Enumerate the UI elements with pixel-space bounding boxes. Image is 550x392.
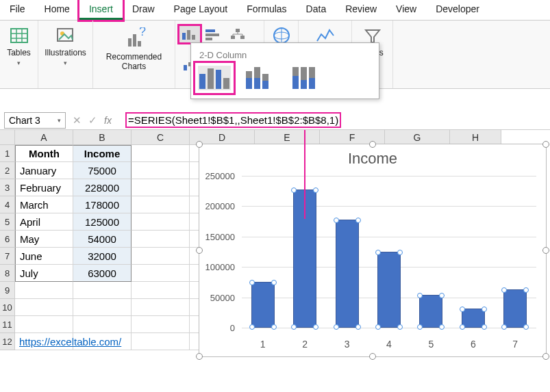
row-header[interactable]: 2	[0, 162, 15, 179]
cell[interactable]	[73, 333, 132, 350]
cell[interactable]	[132, 179, 190, 196]
row-header[interactable]: 12	[0, 333, 15, 350]
cell[interactable]: March	[15, 196, 73, 213]
chart-title[interactable]: Income	[199, 144, 546, 170]
chart-handle[interactable]	[542, 247, 549, 254]
tab-developer[interactable]: Developer	[426, 0, 489, 20]
col-header-h[interactable]: H	[450, 130, 501, 145]
cell[interactable]: May	[15, 231, 73, 248]
cell[interactable]: https://exceltable.com/	[15, 333, 73, 350]
tab-file[interactable]: File	[0, 0, 35, 20]
cancel-icon[interactable]: ✕	[73, 114, 82, 127]
chart-bar[interactable]	[251, 282, 275, 328]
cell[interactable]	[132, 333, 190, 350]
cell[interactable]	[73, 316, 132, 333]
cell[interactable]	[132, 231, 190, 248]
col-header-e[interactable]: E	[255, 130, 320, 145]
cell[interactable]: Month	[15, 145, 73, 162]
cell[interactable]: January	[15, 162, 73, 179]
chart-handle[interactable]	[542, 141, 549, 148]
embedded-chart[interactable]: Income 050000100000150000200000250000 12…	[199, 144, 547, 357]
cell[interactable]: April	[15, 213, 73, 231]
tables-button[interactable]: Tables ▾	[4, 23, 34, 69]
svg-rect-18	[231, 36, 235, 39]
cell[interactable]	[132, 196, 190, 213]
hierarchy-chart-button[interactable]	[226, 26, 249, 42]
cell[interactable]: 228000	[73, 179, 132, 196]
name-box[interactable]: Chart 3 ▾	[4, 112, 66, 129]
row-header[interactable]: 9	[0, 282, 15, 299]
cell[interactable]	[132, 265, 190, 282]
row-header[interactable]: 3	[0, 179, 15, 196]
chart-bar[interactable]	[336, 220, 359, 328]
chart-handle[interactable]	[542, 353, 549, 360]
y-tick-label: 250000	[197, 171, 235, 181]
chart-handle[interactable]	[196, 247, 203, 254]
fx-icon[interactable]: fx	[104, 115, 112, 126]
row-header[interactable]: 6	[0, 231, 15, 248]
chart-handle[interactable]	[196, 141, 203, 148]
tab-draw[interactable]: Draw	[123, 0, 164, 20]
row-header[interactable]: 8	[0, 265, 15, 282]
tab-data[interactable]: Data	[297, 0, 336, 20]
cell[interactable]	[132, 213, 190, 231]
cell[interactable]: 75000	[73, 162, 132, 179]
chart-handle[interactable]	[369, 141, 376, 148]
col-header-g[interactable]: G	[385, 130, 450, 145]
tab-review[interactable]: Review	[336, 0, 386, 20]
cell[interactable]	[132, 316, 190, 333]
cell[interactable]	[132, 145, 190, 162]
cell[interactable]: 54000	[73, 231, 132, 248]
col-header-a[interactable]: A	[15, 130, 73, 145]
cell[interactable]: 32000	[73, 248, 132, 265]
chart-handle[interactable]	[369, 353, 376, 360]
cell[interactable]	[132, 162, 190, 179]
cell[interactable]	[132, 299, 190, 316]
chart-bar[interactable]	[503, 289, 527, 328]
tab-page-layout[interactable]: Page Layout	[164, 0, 238, 20]
cell[interactable]	[132, 248, 190, 265]
tab-formulas[interactable]: Formulas	[237, 0, 296, 20]
stacked-column-option[interactable]	[245, 66, 277, 90]
bar-chart-button[interactable]	[201, 26, 225, 42]
cell[interactable]	[15, 316, 73, 333]
group-tables: Tables ▾	[0, 21, 38, 88]
cell[interactable]: 63000	[73, 265, 132, 282]
chart-handle[interactable]	[196, 353, 203, 360]
cell[interactable]	[15, 299, 73, 316]
hierarchy-icon	[229, 27, 247, 41]
cell[interactable]: 125000	[73, 213, 132, 231]
100-stacked-column-option[interactable]	[291, 66, 324, 90]
chart-bar[interactable]	[377, 252, 401, 328]
row-header[interactable]: 5	[0, 213, 15, 231]
row-header[interactable]: 10	[0, 299, 15, 316]
row-header[interactable]: 7	[0, 248, 15, 265]
column-chart-button[interactable]	[179, 26, 200, 42]
cell[interactable]	[73, 299, 132, 316]
cell[interactable]: February	[15, 179, 73, 196]
cell[interactable]: July	[15, 265, 73, 282]
cell[interactable]	[132, 282, 190, 299]
tab-view[interactable]: View	[386, 0, 426, 20]
cell[interactable]: Income	[73, 145, 132, 162]
cell[interactable]: 178000	[73, 196, 132, 213]
row-header[interactable]: 4	[0, 196, 15, 213]
col-header-b[interactable]: B	[73, 130, 132, 145]
row-header[interactable]: 11	[0, 316, 15, 333]
select-all-corner[interactable]	[0, 130, 15, 145]
enter-icon[interactable]: ✓	[88, 114, 97, 127]
illustrations-button[interactable]: Illustrations ▾	[42, 23, 89, 69]
clustered-column-option[interactable]	[198, 66, 231, 90]
row-header[interactable]: 1	[0, 145, 15, 162]
cell[interactable]	[73, 282, 132, 299]
table-icon	[8, 25, 30, 47]
recommended-charts-button[interactable]: ? Recommended Charts	[103, 26, 164, 73]
chart-bar[interactable]	[462, 309, 485, 328]
cell[interactable]: June	[15, 248, 73, 265]
chart-bar[interactable]	[419, 295, 442, 328]
col-header-c[interactable]: C	[132, 130, 190, 145]
tab-insert[interactable]: Insert	[79, 0, 123, 20]
tab-home[interactable]: Home	[35, 0, 79, 20]
formula-bar[interactable]: =SERIES(Sheet1!$B$1,,Sheet1!$B$2:$B$8,1)	[124, 113, 550, 127]
cell[interactable]	[15, 282, 73, 299]
